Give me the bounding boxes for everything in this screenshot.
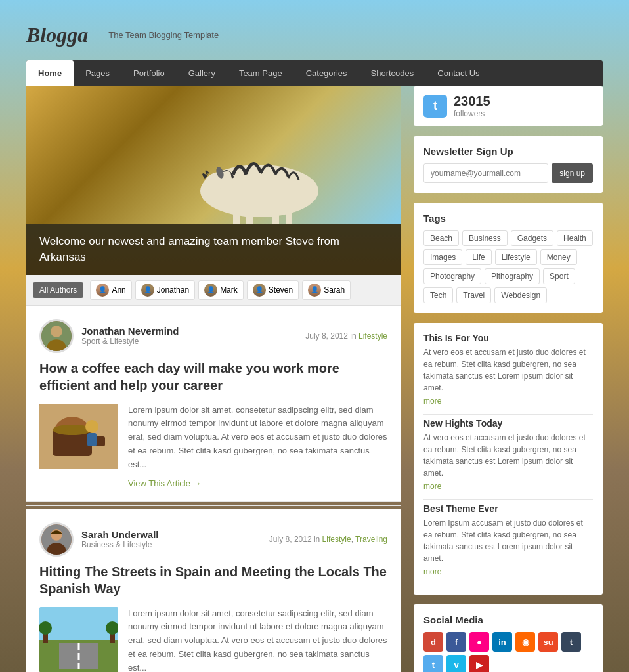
social-widget: Social Media d f ● in ◉ su t t v ▶ [414, 604, 603, 672]
author-mark-button[interactable]: 👤 Mark [198, 280, 244, 300]
hero-caption: Welcome our newest and amazing team memb… [26, 224, 401, 275]
article-2-meta-top: Sarah Underwall Business & Lifestyle Jul… [39, 522, 387, 556]
article-1: Jonathan Nevermind Sport & Lifestyle Jul… [26, 306, 401, 502]
article-1-category-link[interactable]: Lifestyle [358, 331, 387, 341]
article-2-author-avatar [39, 522, 74, 556]
widget-best-theme: Best Theme Ever Lorem Ipsum accusam et j… [423, 503, 593, 577]
sidebar: t 23015 followers Newsletter Sign Up sig… [414, 86, 603, 672]
all-authors-button[interactable]: All Authors [33, 282, 83, 298]
article-1-author-avatar [39, 319, 74, 353]
hero-image [26, 86, 401, 224]
tag-money[interactable]: Money [540, 249, 577, 265]
article-2-date-category: July 8, 2012 in Lifestyle, Traveling [269, 535, 387, 544]
social-vimeo-icon[interactable]: v [446, 655, 466, 672]
widget-theme-title: Best Theme Ever [423, 503, 593, 514]
tags-container: Beach Business Gadgets Health Images Lif… [423, 230, 593, 303]
social-twitter-icon[interactable]: t [423, 655, 443, 672]
site-logo: Blogga [26, 23, 88, 47]
newsletter-widget: Newsletter Sign Up sign up [414, 136, 603, 193]
article-2-body: Lorem ipsum dolor sit amet, consetetur s… [39, 607, 387, 672]
author-ann-avatar: 👤 [96, 284, 109, 297]
widget-this-more[interactable]: more [423, 396, 441, 406]
svg-point-10 [47, 339, 66, 353]
nav-gallery[interactable]: Gallery [177, 60, 227, 86]
author-sarah-button[interactable]: 👤 Sarah [302, 280, 351, 300]
svg-rect-3 [233, 211, 240, 224]
social-stumbleupon-icon[interactable]: su [538, 632, 558, 652]
article-1-read-more[interactable]: View This Article → [128, 478, 387, 488]
newsletter-form: sign up [423, 163, 593, 183]
svg-rect-4 [246, 211, 253, 224]
tag-business[interactable]: Business [462, 230, 508, 246]
tags-widget: Tags Beach Business Gadgets Health Image… [414, 203, 603, 313]
tag-beach[interactable]: Beach [423, 230, 459, 246]
widget-divider-2 [423, 499, 593, 500]
nav-pages[interactable]: Pages [74, 60, 121, 86]
zebra-illustration [154, 119, 351, 224]
social-facebook-icon[interactable]: f [446, 632, 466, 652]
widget-theme-body: Lorem Ipsum accusam et justo duo dolores… [423, 517, 593, 564]
article-2-thumbnail [39, 607, 118, 672]
tag-gadgets[interactable]: Gadgets [511, 230, 553, 246]
twitter-follower-count: 23015 [454, 94, 490, 109]
article-1-excerpt: Lorem ipsum dolor sit amet, consetetur s… [128, 404, 387, 472]
twitter-followers-label: followers [454, 109, 490, 118]
article-2: Sarah Underwall Business & Lifestyle Jul… [26, 509, 401, 672]
main-nav: Home Pages Portfolio Gallery Team Page C… [26, 60, 603, 86]
article-1-thumb-img [39, 404, 118, 469]
widget-hights-body: At vero eos et accusam et justo duo dolo… [423, 432, 593, 479]
nav-categories[interactable]: Categories [294, 60, 359, 86]
nav-contact[interactable]: Contact Us [425, 60, 491, 86]
twitter-stats: 23015 followers [454, 94, 490, 118]
social-flickr-icon[interactable]: ● [469, 632, 489, 652]
social-tumblr-icon[interactable]: t [561, 632, 581, 652]
author-steven-avatar: 👤 [253, 284, 266, 297]
tag-webdesign[interactable]: Webdesign [494, 287, 547, 303]
newsletter-signup-button[interactable]: sign up [552, 163, 593, 183]
tag-health[interactable]: Health [557, 230, 593, 246]
article-1-body: Lorem ipsum dolor sit amet, consetetur s… [39, 404, 387, 488]
tag-pithography[interactable]: Pithography [485, 268, 540, 284]
svg-point-9 [51, 326, 62, 337]
article-1-author-name: Jonathan Nevermind [81, 326, 297, 337]
article-2-author-info: Sarah Underwall Business & Lifestyle [81, 529, 261, 549]
twitter-icon: t [423, 94, 447, 118]
article-2-category-traveling-link[interactable]: Traveling [355, 535, 387, 544]
tag-photography[interactable]: Photography [423, 268, 481, 284]
nav-shortcodes[interactable]: Shortcodes [359, 60, 426, 86]
article-1-author-subtitle: Sport & Lifestyle [81, 337, 297, 346]
newsletter-title: Newsletter Sign Up [423, 146, 593, 157]
author-ann-button[interactable]: 👤 Ann [90, 280, 131, 300]
tag-lifestyle[interactable]: Lifestyle [495, 249, 537, 265]
nav-home[interactable]: Home [26, 60, 74, 86]
svg-rect-6 [286, 211, 292, 224]
nav-team[interactable]: Team Page [227, 60, 294, 86]
article-1-meta-top: Jonathan Nevermind Sport & Lifestyle Jul… [39, 319, 387, 353]
tag-life[interactable]: Life [466, 249, 491, 265]
article-1-title: How a coffee each day will make you work… [39, 360, 387, 394]
social-digg-icon[interactable]: d [423, 632, 443, 652]
widget-divider-1 [423, 414, 593, 415]
tag-travel[interactable]: Travel [456, 287, 491, 303]
tag-images[interactable]: Images [423, 249, 462, 265]
widget-theme-more[interactable]: more [423, 567, 441, 576]
author-steven-button[interactable]: 👤 Steven [247, 280, 299, 300]
tags-title: Tags [423, 213, 593, 224]
widget-hights-more[interactable]: more [423, 482, 441, 491]
article-1-text-area: Lorem ipsum dolor sit amet, consetetur s… [128, 404, 387, 488]
social-icons-container: d f ● in ◉ su t t v ▶ [423, 632, 593, 672]
article-2-category-lifestyle-link[interactable]: Lifestyle [322, 535, 351, 544]
article-2-text-area: Lorem ipsum dolor sit amet, consetetur s… [128, 607, 387, 672]
svg-point-20 [47, 543, 66, 556]
author-sarah-avatar: 👤 [308, 284, 321, 297]
author-jonathan-avatar: 👤 [141, 284, 154, 297]
social-rss-icon[interactable]: ◉ [515, 632, 535, 652]
author-jonathan-button[interactable]: 👤 Jonathan [135, 280, 195, 300]
nav-portfolio[interactable]: Portfolio [121, 60, 177, 86]
widget-new-hights: New Hights Today At vero eos et accusam … [423, 418, 593, 492]
newsletter-email-input[interactable] [423, 163, 548, 183]
social-linkedin-icon[interactable]: in [492, 632, 512, 652]
tag-sport[interactable]: Sport [543, 268, 575, 284]
tag-tech[interactable]: Tech [423, 287, 453, 303]
social-youtube-icon[interactable]: ▶ [469, 655, 489, 672]
